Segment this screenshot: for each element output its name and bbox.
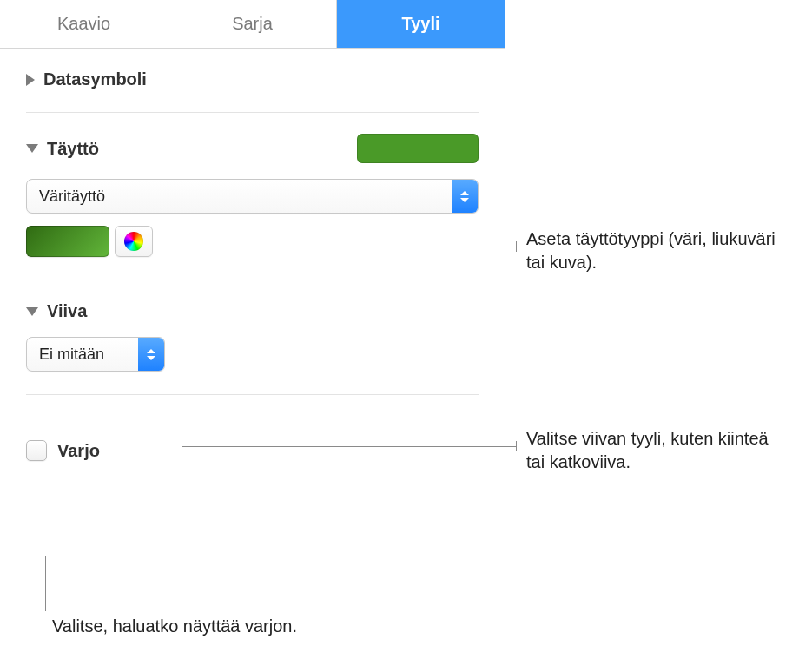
disclosure-right-icon [26,74,35,86]
fill-color-swatch[interactable] [357,134,479,163]
color-wheel-icon [124,232,143,251]
shadow-label: Varjo [57,441,100,461]
tab-style-label: Tyyli [401,14,439,34]
shadow-row: Varjo [26,416,479,470]
disclosure-down-icon [26,144,38,153]
fill-color-well[interactable] [26,226,109,257]
tab-series-label: Sarja [232,14,273,34]
section-fill: Täyttö Väritäyttö [26,113,479,280]
fill-type-popup[interactable]: Väritäyttö [26,179,479,214]
callout-leader [182,446,516,447]
tab-bar: Kaavio Sarja Tyyli [0,0,505,49]
section-shadow: Varjo [26,395,479,477]
tab-chart-label: Kaavio [57,14,110,34]
fill-color-row [26,226,479,257]
popup-arrows-icon [452,180,478,213]
tab-series[interactable]: Sarja [168,0,336,48]
disclosure-down-icon [26,307,38,316]
datasymbol-header[interactable]: Datasymboli [26,69,479,89]
callout-leader-vertical [45,556,46,611]
popup-arrows-icon [138,338,164,371]
callout-leader [448,247,516,247]
datasymbol-title: Datasymboli [43,69,147,89]
callout-stroke-style: Valitse viivan tyyli, kuten kiinteä tai … [526,427,778,474]
callout-shadow: Valitse, haluatko näyttää varjon. [52,615,313,638]
shadow-checkbox[interactable] [26,440,47,461]
stroke-header[interactable]: Viiva [26,301,479,321]
tab-style[interactable]: Tyyli [336,0,505,48]
fill-header[interactable]: Täyttö [26,134,479,163]
stroke-title: Viiva [47,301,87,321]
inspector-panel: Kaavio Sarja Tyyli Datasymboli Täyttö [0,0,505,590]
tab-chart[interactable]: Kaavio [0,0,168,48]
section-stroke: Viiva Ei mitään [26,280,479,395]
color-picker-button[interactable] [115,226,153,257]
callout-tick [516,241,517,252]
fill-title: Täyttö [47,139,99,159]
fill-type-value: Väritäyttö [39,188,105,206]
section-datasymbol: Datasymboli [26,49,479,113]
callout-tick [516,441,517,451]
inspector-content: Datasymboli Täyttö Väritäyttö [0,49,505,477]
stroke-style-popup[interactable]: Ei mitään [26,337,165,372]
stroke-style-value: Ei mitään [39,346,104,364]
callout-fill-type: Aseta täyttötyyppi (väri, liukuväri tai … [526,227,787,274]
